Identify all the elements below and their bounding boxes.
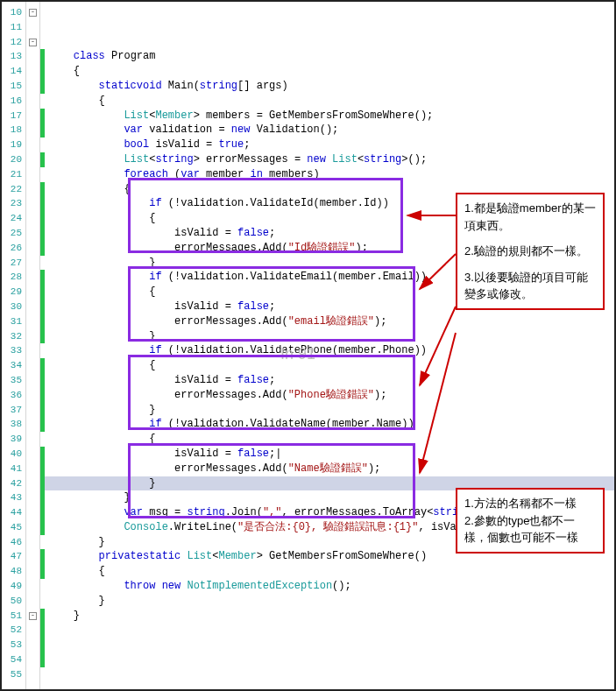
fold-cell[interactable] (26, 49, 39, 64)
fold-cell[interactable] (26, 211, 39, 226)
code-line[interactable]: errorMessages.Add("Name驗證錯誤"); (48, 462, 614, 476)
code-line[interactable]: isValid = false; (48, 373, 614, 388)
line-number: 28 (2, 270, 22, 285)
fold-cell[interactable] (26, 417, 39, 432)
line-number: 48 (2, 564, 22, 579)
fold-cell[interactable] (26, 137, 39, 152)
fold-cell[interactable] (26, 79, 39, 94)
code-line[interactable]: } (48, 594, 614, 609)
fold-cell[interactable] (26, 226, 39, 241)
fold-cell[interactable] (26, 564, 39, 579)
code-line[interactable]: class Program (48, 49, 614, 64)
fold-cell[interactable] (26, 256, 39, 271)
line-number: 45 (2, 520, 22, 535)
fold-cell[interactable] (26, 652, 39, 667)
code-line[interactable]: if (!validation.ValidatePhone(member.Pho… (48, 343, 614, 358)
code-line[interactable]: { (48, 564, 614, 579)
fold-cell[interactable] (26, 241, 39, 256)
annotation-top-line1: 1.都是驗證member的某一項東西。 (464, 200, 596, 234)
fold-cell[interactable] (26, 623, 39, 638)
fold-cell[interactable] (26, 490, 39, 505)
fold-cell[interactable] (26, 520, 39, 535)
fold-cell[interactable] (26, 447, 39, 462)
code-line[interactable]: throw new NotImplementedException(); (48, 579, 614, 594)
fold-cell[interactable] (26, 270, 39, 285)
fold-cell[interactable] (26, 20, 39, 35)
line-number: 32 (2, 329, 22, 344)
line-number: 19 (2, 137, 22, 152)
fold-cell[interactable] (26, 373, 39, 388)
fold-cell[interactable] (26, 167, 39, 182)
fold-cell[interactable] (26, 196, 39, 211)
line-number: 55 (2, 667, 22, 682)
annotation-bottom-line2: 2.參數的type也都不一樣，個數也可能不一樣 (464, 512, 596, 546)
code-line[interactable]: List<string> errorMessages = new List<st… (48, 152, 614, 167)
code-line[interactable]: errorMessages.Add("email驗證錯誤"); (48, 314, 614, 329)
fold-cell[interactable] (26, 123, 39, 137)
code-line[interactable]: bool isValid = true; (48, 137, 614, 152)
fold-cell[interactable] (26, 285, 39, 300)
code-line[interactable]: errorMessages.Add("Phone驗證錯誤"); (48, 388, 614, 403)
line-number: 39 (2, 432, 22, 447)
fold-minus-icon[interactable]: - (29, 9, 37, 17)
fold-cell[interactable] (26, 94, 39, 109)
code-line[interactable]: { (48, 94, 614, 109)
code-line[interactable]: if (!validation.ValidateName(member.Name… (48, 417, 614, 432)
line-number: 22 (2, 182, 22, 197)
line-number: 53 (2, 638, 22, 652)
code-area[interactable]: class Program { staticvoid Main(string[]… (45, 2, 614, 689)
line-number: 25 (2, 226, 22, 241)
code-line[interactable]: var validation = new Validation(); (48, 123, 614, 137)
fold-cell[interactable] (26, 579, 39, 594)
line-number: 24 (2, 211, 22, 226)
line-number: 20 (2, 152, 22, 167)
fold-cell[interactable] (26, 476, 39, 491)
fold-cell[interactable]: - (26, 609, 39, 624)
fold-minus-icon[interactable]: - (29, 39, 37, 46)
fold-cell[interactable] (26, 462, 39, 476)
fold-cell[interactable] (26, 594, 39, 609)
line-number: 17 (2, 109, 22, 123)
fold-cell[interactable] (26, 314, 39, 329)
fold-minus-icon[interactable]: - (29, 612, 37, 620)
line-number: 46 (2, 535, 22, 550)
fold-cell[interactable] (26, 358, 39, 373)
fold-cell[interactable] (26, 109, 39, 123)
fold-cell[interactable] (26, 182, 39, 197)
fold-cell[interactable] (26, 432, 39, 447)
fold-cell[interactable] (26, 152, 39, 167)
fold-cell[interactable] (26, 638, 39, 652)
line-number: 50 (2, 594, 22, 609)
fold-cell[interactable] (26, 505, 39, 520)
fold-cell[interactable] (26, 667, 39, 682)
code-line[interactable]: { (48, 64, 614, 79)
code-line[interactable]: } (48, 329, 614, 344)
code-line[interactable]: List<Member> members = GetMembersFromSom… (48, 109, 614, 123)
fold-cell[interactable] (26, 549, 39, 564)
fold-cell[interactable] (26, 64, 39, 79)
fold-gutter: - - - (26, 2, 40, 689)
fold-cell[interactable] (26, 300, 39, 314)
fold-cell[interactable] (26, 343, 39, 358)
code-line[interactable]: { (48, 432, 614, 447)
fold-cell[interactable] (26, 403, 39, 418)
line-number: 54 (2, 652, 22, 667)
annotation-top: 1.都是驗證member的某一項東西。 2.驗證的規則都不一樣。 3.以後要驗證… (456, 193, 605, 310)
annotation-top-line3: 3.以後要驗證的項目可能變多或修改。 (464, 269, 596, 303)
line-number: 13 (2, 49, 22, 64)
line-number: 14 (2, 64, 22, 79)
code-line[interactable]: { (48, 358, 614, 373)
code-line[interactable]: isValid = false;| (48, 447, 614, 462)
fold-cell[interactable]: - (26, 5, 39, 20)
line-number: 12 (2, 35, 22, 50)
fold-cell[interactable] (26, 388, 39, 403)
fold-cell[interactable] (26, 535, 39, 550)
code-editor: 1011121314151617181920212223242526272829… (0, 0, 616, 691)
fold-cell[interactable] (26, 329, 39, 344)
code-line[interactable]: staticvoid Main(string[] args) (48, 79, 614, 94)
line-number: 31 (2, 314, 22, 329)
fold-cell[interactable]: - (26, 35, 39, 50)
code-line[interactable]: foreach (var member in members) (48, 167, 614, 182)
code-line[interactable]: } (48, 403, 614, 418)
code-line[interactable]: } (48, 609, 614, 624)
